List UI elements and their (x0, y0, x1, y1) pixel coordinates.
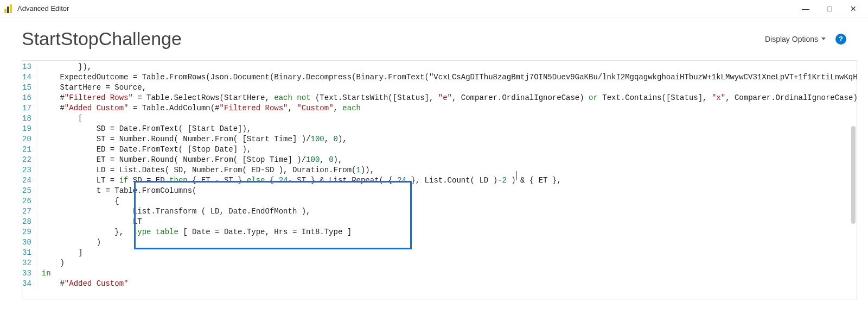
line-number: 29 (22, 227, 31, 237)
line-number: 33 (22, 268, 31, 279)
line-number: 31 (22, 248, 31, 258)
code-line[interactable]: LT (42, 217, 857, 227)
line-number: 13 (22, 62, 31, 72)
code-line[interactable]: ) (42, 258, 857, 268)
code-line[interactable]: SD = Date.FromText( [Start Date]), (42, 124, 857, 134)
display-options-dropdown[interactable]: Display Options (765, 35, 826, 43)
code-line[interactable]: { (42, 196, 857, 206)
line-number: 19 (22, 124, 31, 134)
line-number-gutter: 1314151617181920212223242526272829303132… (22, 61, 37, 290)
line-number: 17 (22, 103, 31, 114)
line-number: 23 (22, 165, 31, 175)
line-number: 28 (22, 217, 31, 227)
line-number: 32 (22, 258, 31, 268)
code-line[interactable]: LT = if SD = ED then { ET - ST } else { … (42, 175, 857, 186)
code-line[interactable]: ] (42, 248, 857, 258)
code-line[interactable]: #"Filtered Rows" = Table.SelectRows(Star… (42, 93, 857, 103)
code-line[interactable]: LD = List.Dates( SD, Number.From( ED-SD … (42, 165, 857, 175)
close-button[interactable]: ✕ (846, 4, 860, 13)
line-number: 15 (22, 83, 31, 93)
code-editor[interactable]: 1314151617181920212223242526272829303132… (22, 60, 857, 299)
line-number: 26 (22, 196, 31, 206)
line-number: 20 (22, 134, 31, 145)
text-cursor-icon (516, 171, 516, 180)
powerbi-icon (4, 4, 13, 13)
code-line[interactable]: [ (42, 114, 857, 124)
window-title: Advanced Editor (17, 4, 69, 12)
code-line[interactable]: }, type table [ Date = Date.Type, Hrs = … (42, 227, 857, 237)
line-number: 34 (22, 279, 31, 289)
maximize-button[interactable]: □ (822, 4, 837, 13)
line-number: 30 (22, 237, 31, 248)
help-button[interactable]: ? (835, 34, 846, 45)
window-controls: — □ ✕ (799, 4, 864, 13)
code-line[interactable]: t = Table.FromColumns( (42, 186, 857, 196)
code-line[interactable]: ExpectedOutcome = Table.FromRows(Json.Do… (42, 72, 857, 83)
titlebar: Advanced Editor — □ ✕ (0, 0, 868, 17)
code-line[interactable]: List.Transform ( LD, Date.EndOfMonth ), (42, 206, 857, 217)
code-line[interactable]: ST = Number.Round( Number.From( [Start T… (42, 134, 857, 145)
code-line[interactable]: #"Added Custom" (42, 279, 857, 289)
line-number: 16 (22, 93, 31, 103)
code-line[interactable]: ED = Date.FromText( [Stop Date] ), (42, 145, 857, 155)
line-number: 24 (22, 175, 31, 186)
display-options-label: Display Options (765, 35, 818, 43)
header: StartStopChallenge Display Options ? (0, 17, 868, 55)
minimize-button[interactable]: — (799, 4, 813, 13)
line-number: 21 (22, 145, 31, 155)
code-line[interactable]: #"Added Custom" = Table.AddColumn(#"Filt… (42, 103, 857, 114)
query-name: StartStopChallenge (22, 28, 182, 49)
code-lines[interactable]: }), ExpectedOutcome = Table.FromRows(Jso… (37, 61, 857, 290)
code-line[interactable]: }), (42, 62, 857, 72)
vertical-scrollbar[interactable] (851, 126, 856, 224)
code-line[interactable]: StartHere = Source, (42, 83, 857, 93)
line-number: 18 (22, 114, 31, 124)
line-number: 22 (22, 155, 31, 165)
chevron-down-icon (821, 37, 826, 40)
code-line[interactable]: ) (42, 237, 857, 248)
line-number: 25 (22, 186, 31, 196)
code-line[interactable]: in (42, 268, 857, 279)
line-number: 14 (22, 72, 31, 83)
code-line[interactable]: ET = Number.Round( Number.From( [Stop Ti… (42, 155, 857, 165)
line-number: 27 (22, 206, 31, 217)
